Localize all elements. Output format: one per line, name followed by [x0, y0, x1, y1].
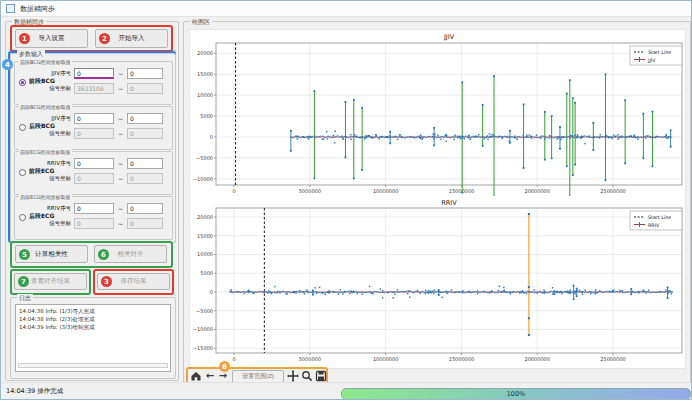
view-align-result-label: 查看对齐结果: [31, 277, 70, 286]
segment-radio[interactable]: [19, 79, 26, 86]
param-input-to[interactable]: [127, 128, 163, 139]
back-icon[interactable]: ←: [204, 370, 216, 382]
param-row-label: 信号坐标: [35, 130, 71, 137]
svg-text:20000: 20000: [197, 214, 213, 220]
range-tilde: ~: [118, 205, 123, 212]
save-result-button[interactable]: 保存结果: [97, 273, 170, 290]
param-input-from[interactable]: [74, 173, 114, 184]
param-subgroup-title: 后段BCG区间坐标取值: [19, 104, 72, 110]
svg-text:5000000: 5000000: [299, 188, 321, 194]
param-subgroup-title: 后段ECG区间坐标取值: [19, 194, 72, 200]
param-input-from[interactable]: [74, 128, 114, 139]
start-import-label: 开始导入: [119, 34, 145, 43]
svg-text:JJIV: JJIV: [443, 33, 455, 41]
param-row-label: 信号坐标: [35, 220, 71, 227]
compute-correlation-label: 计算相关性: [35, 250, 68, 259]
svg-text:20000000: 20000000: [525, 188, 550, 194]
log-group: 日志 14:04:38 Info: (1/3)导入完成 14:04:38 Inf…: [10, 297, 176, 379]
figure-canvas[interactable]: 0500000010000000150000002000000025000000…: [189, 29, 686, 369]
param-subgroup: 前段ECG区间坐标取值前段ECGRRIV序号~信号坐标~: [14, 151, 173, 195]
svg-text:10000000: 10000000: [373, 356, 398, 362]
left-panel-group: 数据精同步 导入设置 开始导入 1 2 参数输入 前段BCG区间坐标取值前段BC…: [5, 21, 179, 381]
range-tilde: ~: [118, 160, 123, 167]
forward-icon[interactable]: →: [217, 370, 229, 382]
svg-text:25000000: 25000000: [600, 188, 625, 194]
app-window: 数据精同步 数据精同步 导入设置 开始导入 1 2 参数输入 前段BCG区间坐标…: [0, 0, 692, 400]
svg-text:Start Line: Start Line: [648, 215, 671, 220]
segment-radio[interactable]: [19, 214, 26, 221]
log-list[interactable]: 14:04:38 Info: (1/3)导入完成 14:04:38 Info: …: [15, 304, 171, 372]
progress-bar: 100%: [341, 388, 691, 400]
range-tilde: ~: [118, 85, 123, 92]
params-group: 参数输入 前段BCG区间坐标取值前段BCGJJIV序号~信号坐标~后段BCG区间…: [10, 53, 176, 243]
param-input-from[interactable]: [74, 218, 114, 229]
svg-text:20000: 20000: [197, 50, 213, 56]
svg-text:0: 0: [232, 188, 235, 194]
log-line: 14:04:38 Info: (1/3)导入完成: [16, 305, 170, 315]
param-input-from[interactable]: [74, 158, 114, 169]
param-subgroup-title: 前段BCG区间坐标取值: [19, 59, 72, 65]
param-input-to[interactable]: [127, 113, 163, 124]
window-title: 数据精同步: [20, 4, 55, 14]
param-input-from[interactable]: [74, 113, 114, 124]
correlation-align-label: 相关对齐: [118, 250, 144, 259]
view-align-result-button[interactable]: 查看对齐结果: [14, 273, 87, 290]
range-tilde: ~: [118, 175, 123, 182]
range-tilde: ~: [118, 130, 123, 137]
import-settings-button[interactable]: 导入设置: [15, 29, 88, 48]
param-input-to[interactable]: [127, 83, 163, 94]
svg-text:Start Line: Start Line: [648, 50, 671, 55]
param-input-to[interactable]: [127, 218, 163, 229]
segment-radio[interactable]: [19, 169, 26, 176]
param-input-to[interactable]: [127, 68, 163, 79]
svg-text:−5000: −5000: [196, 155, 213, 161]
svg-text:5000000: 5000000: [299, 356, 321, 362]
params-group-title: 参数输入: [17, 50, 45, 58]
window-icon: [6, 4, 15, 13]
param-row-label: RRIV序号: [35, 205, 71, 212]
svg-text:20000000: 20000000: [525, 356, 550, 362]
param-row-label: JJIV序号: [35, 115, 71, 122]
svg-text:10000: 10000: [197, 92, 213, 98]
svg-text:0: 0: [210, 134, 213, 140]
log-group-title: 日志: [17, 294, 33, 302]
correlation-align-button[interactable]: 相关对齐: [94, 245, 167, 263]
save-icon[interactable]: [315, 370, 327, 382]
save-result-label: 保存结果: [121, 277, 147, 286]
left-panel-title: 数据精同步: [12, 18, 46, 26]
param-input-from[interactable]: [74, 83, 114, 94]
title-bar: 数据精同步: [1, 1, 692, 17]
svg-text:−10000: −10000: [193, 326, 213, 332]
param-input-to[interactable]: [127, 173, 163, 184]
progress-text: 100%: [507, 390, 526, 398]
start-import-button[interactable]: 开始导入: [95, 29, 168, 48]
param-input-from[interactable]: [74, 203, 114, 214]
param-input-to[interactable]: [127, 203, 163, 214]
segment-radio[interactable]: [19, 124, 26, 131]
zoom-icon[interactable]: [301, 370, 313, 382]
range-tilde: ~: [118, 220, 123, 227]
svg-text:−10000: −10000: [193, 176, 213, 182]
plot-panel-group: 绘图区 050000001000000015000000200000002500…: [183, 21, 691, 389]
param-row-label: 信号坐标: [35, 85, 71, 92]
svg-text:−15000: −15000: [193, 345, 213, 351]
log-horizontal-scrollbar[interactable]: [18, 363, 168, 368]
svg-text:5000: 5000: [200, 113, 213, 119]
svg-text:25000000: 25000000: [600, 356, 625, 362]
svg-text:15000: 15000: [197, 233, 213, 239]
rriv-chart: 0500000010000000150000002000000025000000…: [190, 196, 687, 370]
svg-text:15000: 15000: [197, 71, 213, 77]
pan-icon[interactable]: [287, 370, 299, 382]
svg-text:10000000: 10000000: [373, 188, 398, 194]
home-icon[interactable]: [190, 370, 202, 382]
plot-panel-title: 绘图区: [190, 18, 212, 26]
param-row-label: RRIV序号: [35, 160, 71, 167]
status-message: 14:04:39 操作完成: [6, 387, 63, 396]
status-bar: 14:04:39 操作完成 100%: [1, 382, 692, 400]
compute-correlation-button[interactable]: 计算相关性: [15, 245, 88, 263]
svg-text:JJIV: JJIV: [647, 58, 656, 63]
range-tilde: ~: [118, 115, 123, 122]
range-tilde: ~: [118, 70, 123, 77]
param-input-from[interactable]: [74, 68, 114, 79]
param-input-to[interactable]: [127, 158, 163, 169]
